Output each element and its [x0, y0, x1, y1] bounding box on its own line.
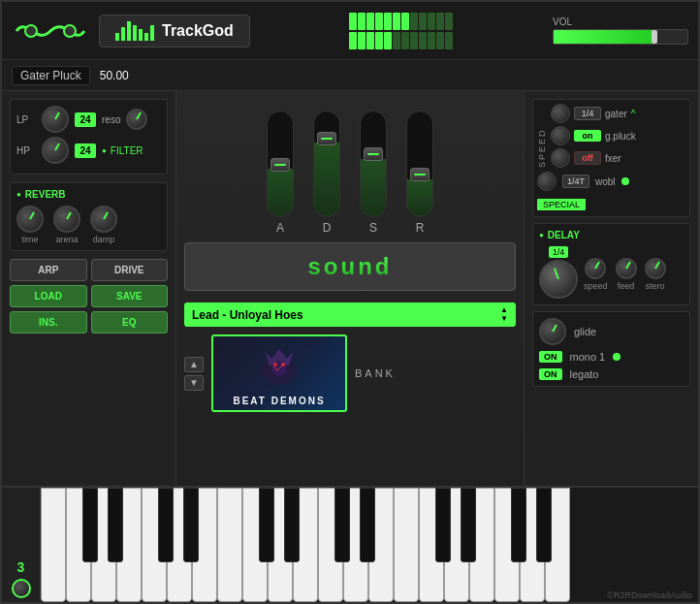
octave-number: 3 [17, 559, 25, 575]
vu-cell [358, 32, 366, 49]
bank-section: ▲ ▼ BEAT DEMONS BANK [184, 334, 516, 412]
keyboard-controls: 3 [2, 488, 41, 602]
fxer-knob[interactable] [551, 148, 570, 168]
hp-value[interactable]: 24 [75, 143, 96, 158]
delay-stero-knob[interactable] [645, 258, 666, 279]
black-key[interactable] [82, 488, 98, 562]
adsr-s-slider[interactable] [360, 111, 387, 217]
delay-feed-knob[interactable] [616, 258, 637, 279]
vu-cell [375, 13, 383, 30]
preset-arrows-icon: ▲ ▼ [500, 306, 508, 323]
reverb-arena-label: arena [55, 235, 78, 244]
special-badge: SPECIAL [537, 199, 586, 210]
glide-knob[interactable] [539, 318, 566, 345]
ins-button[interactable]: INS. [10, 311, 87, 334]
top-bar: TrackGod [2, 2, 698, 60]
bank-up-button[interactable]: ▲ [184, 357, 204, 372]
black-key[interactable] [158, 488, 174, 562]
vu-cell [375, 32, 383, 49]
arp-button[interactable]: ARP [10, 259, 87, 281]
black-key[interactable] [360, 488, 375, 562]
white-key[interactable] [217, 488, 242, 602]
vu-meter [349, 13, 453, 49]
vu-cell-dim [428, 13, 435, 30]
delay-speed-label: speed [584, 281, 608, 291]
vol-slider[interactable] [553, 29, 688, 45]
lp-value[interactable]: 24 [75, 112, 96, 127]
sound-name: sound [195, 253, 505, 280]
svg-point-5 [281, 363, 285, 366]
reverb-damp-knob[interactable] [90, 206, 117, 233]
vu-cell [349, 13, 357, 30]
gpluck-badge: on [574, 130, 601, 142]
gater-knob[interactable] [551, 104, 570, 123]
black-key[interactable] [108, 488, 123, 562]
legato-on-badge[interactable]: ON [539, 368, 562, 380]
vu-cell-dim [401, 32, 409, 49]
gpluck-knob[interactable] [551, 126, 570, 145]
speed-rows: 1/4 gater ^ on g.pluck [551, 104, 685, 168]
special-row: 1/4T wobl [537, 172, 685, 191]
white-key[interactable] [41, 488, 66, 602]
black-key[interactable] [511, 488, 526, 562]
speed-label: SPEED [537, 104, 547, 168]
speed-row-fxer: off fxer [551, 148, 685, 168]
white-key[interactable] [394, 488, 419, 602]
reverb-damp-group: damp [90, 206, 117, 244]
adsr-a-slider[interactable] [267, 111, 294, 217]
black-key[interactable] [284, 488, 300, 562]
legato-label: legato [570, 368, 599, 380]
reso-knob[interactable] [126, 109, 147, 130]
black-key[interactable] [536, 488, 552, 562]
lp-label: LP [16, 114, 36, 125]
filter-indicator: FILTER [102, 145, 143, 156]
bank-down-button[interactable]: ▼ [184, 375, 204, 391]
svg-point-1 [64, 25, 76, 37]
pitch-wheel[interactable] [12, 579, 31, 598]
mono-on-badge[interactable]: ON [539, 351, 562, 363]
adsr-d-group: D [313, 111, 340, 235]
wobl-knob[interactable] [537, 172, 557, 191]
reverb-arena-knob[interactable] [53, 206, 80, 233]
black-key[interactable] [259, 488, 274, 562]
delay-controls: 1/4 speed feed [539, 246, 684, 299]
piano-keys[interactable] [41, 488, 698, 602]
button-grid: ARP DRIVE LOAD SAVE INS. EQ [10, 259, 168, 334]
black-key[interactable] [461, 488, 476, 562]
vu-cell [366, 13, 374, 30]
copyright-text: ©R2RDownloadAudio [607, 590, 692, 600]
save-button[interactable]: SAVE [91, 285, 169, 307]
preset-selector[interactable]: Lead - Unloyal Hoes ▲ ▼ [184, 302, 516, 327]
delay-knobs: speed feed stero [584, 258, 666, 291]
bank-image[interactable]: BEAT DEMONS [211, 334, 347, 412]
bank-name: BEAT DEMONS [233, 396, 325, 406]
lp-knob[interactable] [42, 106, 69, 133]
adsr-d-slider[interactable] [313, 111, 340, 217]
drive-button[interactable]: DRIVE [91, 259, 169, 281]
gml-section: glide ON mono 1 ON legato [532, 311, 690, 387]
load-button[interactable]: LOAD [10, 285, 87, 307]
keyboard-container: 3 ©R2RDownloadAudio [2, 486, 698, 602]
black-key[interactable] [435, 488, 451, 562]
delay-stero-group: stero [645, 258, 666, 291]
eq-button[interactable]: EQ [91, 311, 169, 334]
vu-cell-dim [410, 13, 418, 30]
legato-row: ON legato [539, 368, 684, 380]
delay-speed-knob[interactable] [539, 260, 578, 299]
black-key[interactable] [183, 488, 199, 562]
delay-speed-small-knob[interactable] [585, 258, 606, 279]
mono-dot [613, 353, 620, 361]
preset-bar: Gater Pluck 50.00 [2, 60, 698, 91]
hp-knob[interactable] [42, 137, 69, 164]
preset-name: Gater Pluck [12, 66, 90, 85]
svg-point-0 [25, 25, 37, 37]
vu-cell [384, 13, 392, 30]
hp-label: HP [16, 145, 36, 156]
adsr-r-slider[interactable] [406, 111, 433, 217]
black-key[interactable] [334, 488, 350, 562]
delay-section: DELAY 1/4 speed feed [532, 223, 690, 305]
adsr-r-group: R [406, 111, 433, 235]
logo-icon [12, 12, 89, 50]
reverb-time-knob[interactable] [16, 206, 44, 233]
vol-handle[interactable] [652, 30, 657, 44]
